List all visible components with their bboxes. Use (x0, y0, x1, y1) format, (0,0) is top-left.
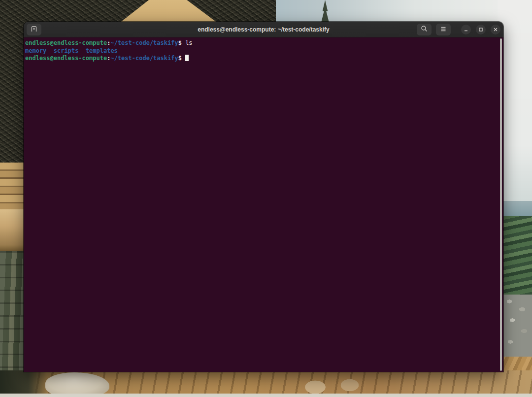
prompt-dollar: $ (178, 55, 182, 62)
titlebar[interactable]: endless@endless-compute: ~/test-code/tas… (24, 22, 503, 37)
command-text: ls (182, 39, 193, 46)
ls-output-line: memoryscriptstemplates (25, 47, 497, 55)
terminal-screen[interactable]: endless@endless-compute:~/test-code/task… (24, 37, 503, 372)
prompt-path: ~/test-code/taskify (110, 39, 178, 46)
menu-button[interactable] (436, 24, 451, 35)
terminal-scrollbar[interactable] (500, 38, 502, 371)
new-tab-icon (31, 25, 37, 34)
prompt-dollar: $ (178, 39, 182, 46)
hamburger-menu-icon (440, 25, 447, 34)
wallpaper-bottom-shadow (0, 370, 47, 397)
wallpaper-right-trees (501, 216, 532, 295)
search-button[interactable] (417, 24, 432, 35)
prompt-line-2: endless@endless-compute:~/test-code/task… (25, 55, 497, 63)
wallpaper-distant-ridge (501, 201, 532, 218)
minimize-button[interactable] (461, 25, 471, 34)
prompt-user-host: endless@endless-compute (25, 55, 107, 62)
directory-entry: scripts (54, 47, 79, 54)
wallpaper-right-rock-slope (501, 295, 532, 359)
prompt-user-host: endless@endless-compute (25, 39, 107, 46)
maximize-button[interactable] (476, 25, 486, 34)
close-icon (493, 25, 498, 34)
wallpaper-left-log-beam (0, 209, 25, 251)
search-icon (421, 25, 428, 34)
prompt-path: ~/test-code/taskify (110, 55, 178, 62)
close-button[interactable] (491, 25, 500, 34)
maximize-icon (478, 25, 483, 34)
directory-entry: templates (86, 47, 118, 54)
terminal-window: endless@endless-compute: ~/test-code/tas… (24, 22, 503, 372)
directory-entry: memory (25, 47, 46, 54)
minimize-icon (464, 25, 468, 34)
terminal-cursor (185, 55, 189, 61)
wallpaper-left-mossy-shingles (0, 251, 25, 374)
prompt-line-1: endless@endless-compute:~/test-code/task… (25, 39, 497, 47)
new-tab-button[interactable] (27, 24, 41, 35)
wallpaper-bottom-edge (0, 394, 532, 397)
